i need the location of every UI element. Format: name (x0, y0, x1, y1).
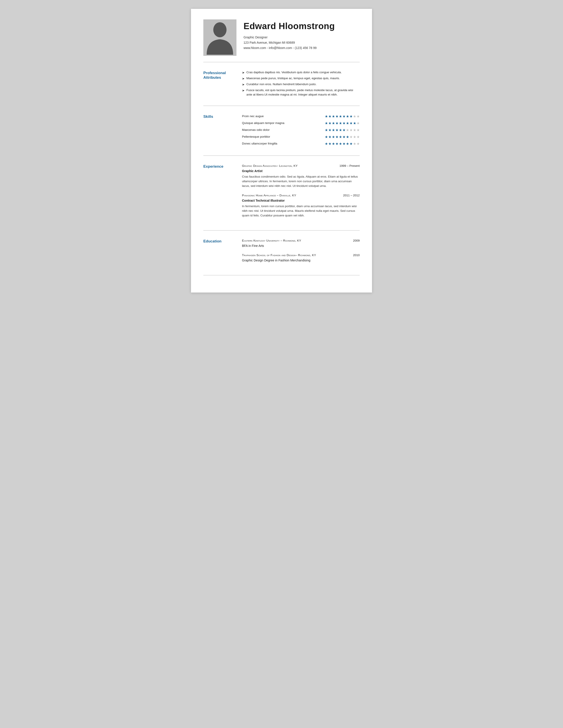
skill-row: Quisque aliquam tempor magna ★ ★ ★ ★ ★ ★… (242, 121, 360, 126)
skill-stars: ★ ★ ★ ★ ★ ★ ★ ★ ★ ★ (325, 141, 360, 146)
avatar (203, 19, 236, 56)
skill-row: Maecenas odio dolor ★ ★ ★ ★ ★ ★ ★ ★ ★ ★ (242, 128, 360, 133)
experience-entry: Graphic Design Associates– Lexington, KY… (242, 164, 360, 188)
skill-name: Quisque aliquam tempor magna (242, 121, 325, 125)
star-icon: ★ (339, 121, 342, 126)
job-description: Cras faucibus condimentum odio. Sed ac l… (242, 174, 360, 188)
education-label: Education (203, 238, 242, 268)
footer-divider (203, 275, 360, 275)
star-icon: ★ (343, 141, 346, 146)
star-icon: ★ (357, 114, 360, 119)
star-icon: ★ (336, 114, 339, 119)
employment-date: 2011 – 2012 (343, 193, 360, 198)
degree: BFA in Fine Arts (242, 244, 360, 248)
star-icon: ★ (325, 114, 328, 119)
star-icon: ★ (328, 121, 332, 126)
skill-name: Proin nec augue (242, 114, 325, 118)
experience-header: Graphic Design Associates– Lexington, KY… (242, 164, 360, 168)
skills-label: Skills (203, 114, 242, 148)
experience-section: Experience Graphic Design Associates– Le… (203, 160, 360, 226)
address: 123 Park Avenue, Michigan MI 60689 (243, 40, 360, 45)
skills-content: Proin nec augue ★ ★ ★ ★ ★ ★ ★ ★ ★ ★ Quis… (242, 114, 360, 148)
star-icon: ★ (343, 114, 346, 119)
header-divider (203, 62, 360, 62)
list-item: ➤ Maecenas pede purus, tristique ac, tem… (242, 76, 360, 81)
job-title: Contract Technical Illustrator (242, 198, 360, 203)
experience-entry: Panasonic Home Appliance – Danville, KY … (242, 193, 360, 218)
svg-point-0 (213, 22, 226, 37)
skill-row: Proin nec augue ★ ★ ★ ★ ★ ★ ★ ★ ★ ★ (242, 114, 360, 119)
professional-attributes-content: ➤ Cras dapibus dapibus nis. Vestibulum q… (242, 70, 360, 98)
star-icon: ★ (350, 121, 353, 126)
star-icon: ★ (339, 141, 342, 146)
star-icon: ★ (346, 128, 349, 133)
star-icon: ★ (346, 114, 349, 119)
contact-info: www.hloom.com - info@hloom.com - (123) 4… (243, 45, 360, 51)
star-icon: ★ (346, 121, 349, 126)
star-icon: ★ (325, 128, 328, 133)
arrow-icon: ➤ (242, 88, 244, 93)
professional-attributes-section: Professional Attributes ➤ Cras dapibus d… (203, 66, 360, 102)
star-icon: ★ (350, 134, 353, 140)
list-item: ➤ Fusce iaculis, est quis lacinia pretiu… (242, 88, 360, 97)
star-icon: ★ (350, 114, 353, 119)
skills-label-text: Skills (203, 114, 237, 119)
star-icon: ★ (336, 128, 339, 133)
star-icon: ★ (353, 114, 356, 119)
star-icon: ★ (339, 114, 342, 119)
arrow-icon: ➤ (242, 76, 244, 81)
arrow-icon: ➤ (242, 70, 244, 75)
star-icon: ★ (346, 141, 349, 146)
skill-stars: ★ ★ ★ ★ ★ ★ ★ ★ ★ ★ (325, 121, 360, 126)
star-icon: ★ (328, 128, 332, 133)
skill-row: Pellentesque porttitor ★ ★ ★ ★ ★ ★ ★ ★ ★… (242, 134, 360, 140)
skills-section: Skills Proin nec augue ★ ★ ★ ★ ★ ★ ★ ★ ★… (203, 110, 360, 152)
list-item: ➤ Curabitur non eros. Nullam hendrerit b… (242, 82, 360, 87)
skill-name: Pellentesque porttitor (242, 135, 325, 139)
education-header: Traphagen School of Fashion and Design– … (242, 253, 360, 257)
skill-name: Donec ullamcorper fringilla (242, 141, 325, 146)
star-icon: ★ (350, 128, 353, 133)
education-entry: Eastern Kentucky University – Richmond, … (242, 238, 360, 248)
star-icon: ★ (343, 128, 346, 133)
star-icon: ★ (332, 134, 335, 140)
star-icon: ★ (357, 128, 360, 133)
header-details: Graphic Designer 123 Park Avenue, Michig… (243, 35, 360, 51)
avatar-silhouette-icon (205, 21, 234, 55)
candidate-name: Edward Hloomstrong (243, 21, 360, 31)
star-icon: ★ (353, 141, 356, 146)
education-content: Eastern Kentucky University – Richmond, … (242, 238, 360, 268)
job-description: In fermentum, lorem non cursus porttitor… (242, 204, 360, 218)
star-icon: ★ (353, 121, 356, 126)
professional-attributes-label: Professional Attributes (203, 70, 242, 98)
school-name: Eastern Kentucky University – Richmond, … (242, 238, 301, 243)
star-icon: ★ (325, 141, 328, 146)
experience-divider (203, 230, 360, 231)
skill-stars: ★ ★ ★ ★ ★ ★ ★ ★ ★ ★ (325, 128, 360, 133)
star-icon: ★ (350, 141, 353, 146)
star-icon: ★ (328, 134, 332, 140)
skill-stars: ★ ★ ★ ★ ★ ★ ★ ★ ★ ★ (325, 114, 360, 119)
company-name: Graphic Design Associates– Lexington, KY (242, 164, 298, 168)
star-icon: ★ (357, 141, 360, 146)
star-icon: ★ (336, 141, 339, 146)
star-icon: ★ (325, 121, 328, 126)
graduation-year: 2010 (353, 253, 360, 257)
attributes-divider (203, 106, 360, 106)
education-header: Eastern Kentucky University – Richmond, … (242, 238, 360, 243)
star-icon: ★ (353, 134, 356, 140)
header-info: Edward Hloomstrong Graphic Designer 123 … (243, 19, 360, 51)
professional-attributes-label-text: Professional Attributes (203, 71, 237, 80)
skill-stars: ★ ★ ★ ★ ★ ★ ★ ★ ★ ★ (325, 134, 360, 140)
star-icon: ★ (328, 114, 332, 119)
star-icon: ★ (339, 128, 342, 133)
star-icon: ★ (332, 141, 335, 146)
company-name: Panasonic Home Appliance – Danville, KY (242, 193, 296, 198)
star-icon: ★ (346, 134, 349, 140)
star-icon: ★ (332, 114, 335, 119)
star-icon: ★ (336, 121, 339, 126)
arrow-icon: ➤ (242, 82, 244, 87)
star-icon: ★ (353, 128, 356, 133)
star-icon: ★ (339, 134, 342, 140)
star-icon: ★ (328, 141, 332, 146)
